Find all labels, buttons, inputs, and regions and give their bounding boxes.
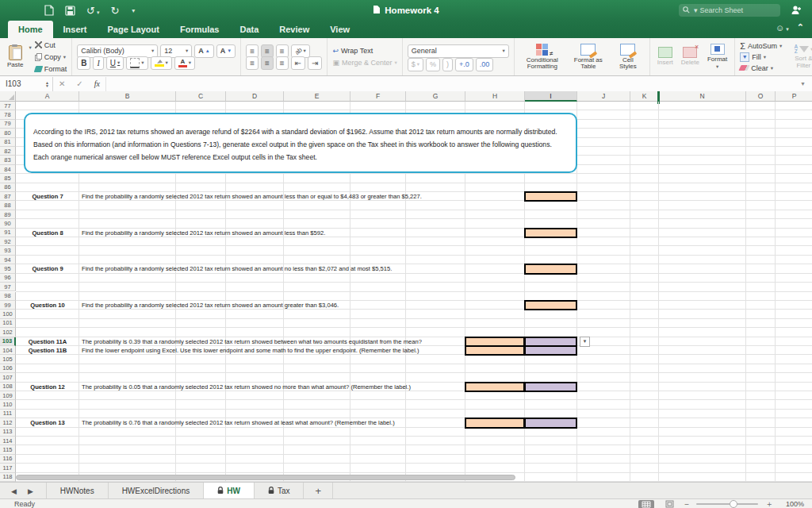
font-size-select[interactable]: 12▾ xyxy=(160,44,192,58)
decrease-decimal-button[interactable]: .00 xyxy=(476,58,494,71)
sort-filter-button[interactable]: AZ▾ Sort & Filter xyxy=(785,44,812,70)
column-header-B[interactable]: B xyxy=(79,91,176,102)
paste-button[interactable]: Paste xyxy=(5,44,25,70)
font-family-select[interactable]: Calibri (Body)▾ xyxy=(77,44,158,58)
increase-font-size-button[interactable]: A▲ xyxy=(194,44,213,58)
currency-format-button[interactable]: $▾ xyxy=(408,58,423,71)
delete-cells-button[interactable]: Delete xyxy=(679,46,702,67)
row-header-114[interactable]: 114 xyxy=(0,437,16,445)
column-header-N[interactable]: N xyxy=(659,91,746,102)
row-header-91[interactable]: 91 xyxy=(0,229,16,237)
column-header-O[interactable]: O xyxy=(746,91,776,102)
row-header-88[interactable]: 88 xyxy=(0,201,16,210)
answer-cell-orange[interactable] xyxy=(524,264,577,274)
middle-align-button[interactable]: ≡ xyxy=(261,44,274,58)
answer-cell-purple[interactable] xyxy=(524,382,577,392)
ribbon-tab-data[interactable]: Data xyxy=(229,21,269,38)
cancel-entry-icon[interactable]: ✕ xyxy=(53,79,71,88)
ribbon-tab-insert[interactable]: Insert xyxy=(53,21,98,38)
row-header-112[interactable]: 112 xyxy=(0,418,16,427)
zoom-slider-thumb[interactable] xyxy=(730,500,737,508)
row-header-117[interactable]: 117 xyxy=(0,464,16,472)
row-header-102[interactable]: 102 xyxy=(0,328,16,337)
column-header-K[interactable]: K xyxy=(630,91,659,102)
row-header-86[interactable]: 86 xyxy=(0,183,16,192)
row-header-107[interactable]: 107 xyxy=(0,373,16,382)
row-header-93[interactable]: 93 xyxy=(0,246,16,255)
column-header-F[interactable]: F xyxy=(350,91,406,102)
select-all-corner[interactable] xyxy=(0,91,16,102)
row-header-96[interactable]: 96 xyxy=(0,274,16,283)
underline-button[interactable]: U▾ xyxy=(106,56,124,70)
row-header-77[interactable]: 77 xyxy=(0,102,16,110)
customize-toolbar-icon[interactable]: ▾ xyxy=(132,7,135,14)
align-right-button[interactable]: ≡ xyxy=(276,56,289,70)
row-header-116[interactable]: 116 xyxy=(0,455,16,464)
copy-button[interactable]: Copy▾ xyxy=(35,52,67,62)
sheet-tab-tax[interactable]: Tax xyxy=(255,483,304,499)
cut-button[interactable]: Cut xyxy=(35,40,67,50)
row-header-89[interactable]: 89 xyxy=(0,210,16,219)
merge-center-button[interactable]: ▣Merge & Center▾ xyxy=(332,58,396,68)
answer-cell-purple[interactable] xyxy=(524,418,577,428)
ribbon-tab-formulas[interactable]: Formulas xyxy=(170,21,230,38)
zoom-slider[interactable] xyxy=(696,503,758,505)
conditional-formatting-button[interactable]: ≠ Conditional Formatting xyxy=(519,43,565,71)
column-header-E[interactable]: E xyxy=(284,91,350,102)
row-header-99[interactable]: 99 xyxy=(0,301,16,310)
decrease-indent-button[interactable]: ⇤ xyxy=(291,56,305,70)
cell-styles-button[interactable]: Cell Styles xyxy=(611,43,645,71)
row-header-83[interactable]: 83 xyxy=(0,156,16,164)
row-header-100[interactable]: 100 xyxy=(0,310,16,318)
percent-format-button[interactable]: % xyxy=(426,58,440,71)
top-align-button[interactable]: ≡ xyxy=(246,44,259,58)
sheet-tab-hwexceldirections[interactable]: HWExcelDirections xyxy=(109,483,205,499)
horizontal-scrollbar[interactable] xyxy=(16,475,515,480)
row-header-94[interactable]: 94 xyxy=(0,256,16,264)
column-header-C[interactable]: C xyxy=(176,91,226,102)
spreadsheet-grid[interactable]: ABCDEFGHIJKNOP77787980818283848586878889… xyxy=(0,91,812,482)
sheet-tab-hw[interactable]: HW xyxy=(204,483,255,499)
row-header-80[interactable]: 80 xyxy=(0,129,16,137)
row-header-108[interactable]: 108 xyxy=(0,383,16,391)
confirm-entry-icon[interactable]: ✓ xyxy=(71,79,88,88)
answer-cell-orange[interactable] xyxy=(465,345,525,356)
row-header-104[interactable]: 104 xyxy=(0,346,16,355)
add-sheet-button[interactable]: + xyxy=(304,483,333,499)
new-document-icon[interactable] xyxy=(44,5,54,16)
row-header-79[interactable]: 79 xyxy=(0,120,16,129)
decrease-font-size-button[interactable]: A▼ xyxy=(216,44,236,58)
undo-button[interactable]: ↺▾ xyxy=(86,5,99,17)
normal-view-button[interactable] xyxy=(638,500,654,508)
row-header-87[interactable]: 87 xyxy=(0,192,16,201)
row-header-110[interactable]: 110 xyxy=(0,400,16,409)
sheet-tab-hwnotes[interactable]: HWNotes xyxy=(46,483,109,499)
redo-button[interactable]: ↻ xyxy=(110,5,119,17)
insert-cells-button[interactable]: Insert xyxy=(655,46,676,67)
name-box-stepper[interactable]: ▲▼ xyxy=(42,77,53,91)
column-header-A[interactable]: A xyxy=(16,91,79,102)
row-header-84[interactable]: 84 xyxy=(0,165,16,174)
answer-cell-orange[interactable] xyxy=(524,300,577,310)
page-layout-view-button[interactable] xyxy=(661,500,677,508)
row-header-98[interactable]: 98 xyxy=(0,292,16,301)
format-cells-button[interactable]: Format ▾ xyxy=(705,43,730,71)
row-header-81[interactable]: 81 xyxy=(0,138,16,147)
fill-button[interactable]: ▼Fill▾ xyxy=(740,52,782,62)
row-header-85[interactable]: 85 xyxy=(0,174,16,183)
column-header-G[interactable]: G xyxy=(406,91,465,102)
zoom-in-button[interactable]: ＋ xyxy=(765,498,773,508)
row-header-97[interactable]: 97 xyxy=(0,283,16,291)
insert-function-icon[interactable]: fx xyxy=(89,79,105,88)
column-header-P[interactable]: P xyxy=(776,91,812,102)
formula-input[interactable] xyxy=(105,77,794,91)
undo-caret-icon[interactable]: ▾ xyxy=(97,10,100,15)
row-header-106[interactable]: 106 xyxy=(0,364,16,373)
search-input[interactable]: ▾ Search Sheet xyxy=(679,4,780,17)
paste-caret-icon[interactable]: ▾ xyxy=(29,44,31,51)
ribbon-tab-home[interactable]: Home xyxy=(8,21,53,38)
column-header-D[interactable]: D xyxy=(226,91,284,102)
clear-button[interactable]: Clear▾ xyxy=(740,63,782,73)
collapse-ribbon-icon[interactable]: ⌃ xyxy=(797,22,804,33)
comma-format-button[interactable]: ) xyxy=(442,58,453,71)
